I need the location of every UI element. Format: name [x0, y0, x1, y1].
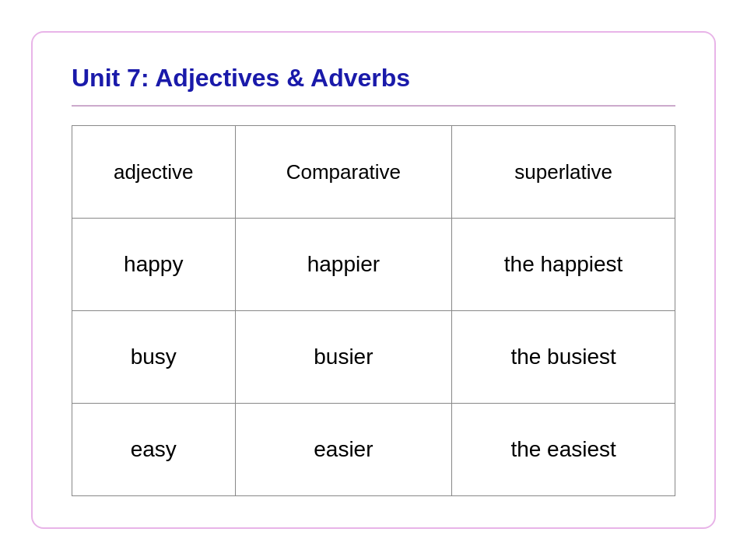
table-row: easy easier the easiest: [72, 404, 675, 496]
page-title: Unit 7: Adjectives & Adverbs: [72, 64, 675, 107]
comparative-easier: easier: [235, 404, 452, 496]
table-header-row: adjective Comparative superlative: [72, 126, 675, 219]
adjective-easy: easy: [72, 404, 236, 496]
superlative-happiest: the happiest: [452, 219, 675, 311]
table-row: happy happier the happiest: [72, 219, 675, 311]
superlative-busiest: the busiest: [452, 311, 675, 404]
page-container: Unit 7: Adjectives & Adverbs adjective C…: [31, 31, 716, 529]
comparative-busier: busier: [235, 311, 452, 404]
comparative-happier: happier: [235, 219, 452, 311]
col-header-adjective: adjective: [72, 126, 236, 219]
adjective-happy: happy: [72, 219, 236, 311]
table-row: busy busier the busiest: [72, 311, 675, 404]
col-header-superlative: superlative: [452, 126, 675, 219]
adjective-busy: busy: [72, 311, 236, 404]
col-header-comparative: Comparative: [235, 126, 452, 219]
adjectives-table: adjective Comparative superlative happy …: [72, 125, 675, 496]
superlative-easiest: the easiest: [452, 404, 675, 496]
